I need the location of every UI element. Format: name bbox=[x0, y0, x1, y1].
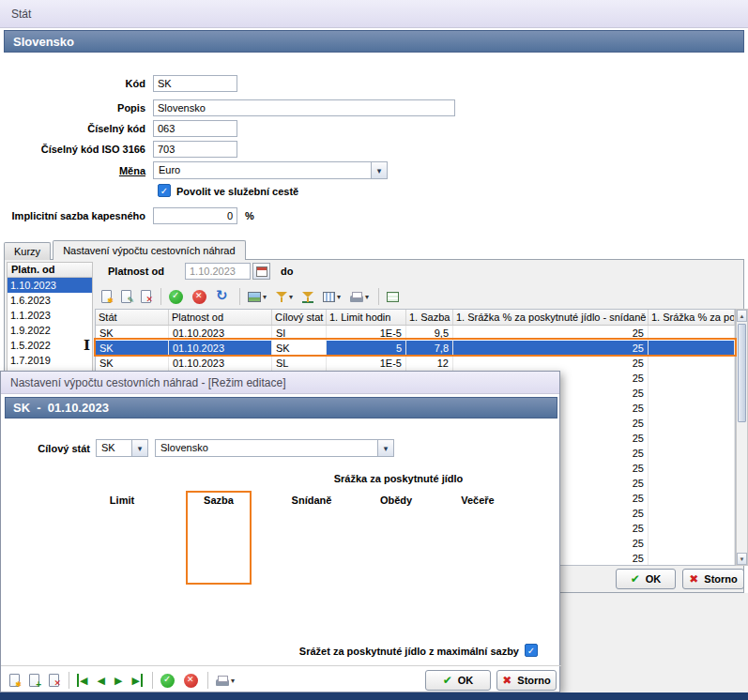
dialog-divider bbox=[1, 665, 561, 666]
lunch-column-label: Obědy bbox=[367, 495, 425, 506]
description-label: Popis bbox=[0, 102, 145, 114]
ok-button[interactable]: OK bbox=[616, 569, 676, 589]
grid-cell bbox=[649, 536, 735, 551]
filter-advanced-button[interactable] bbox=[298, 288, 317, 306]
grid-column-header[interactable]: Cílový stat bbox=[272, 310, 327, 325]
currency-combobox[interactable]: Euro bbox=[153, 161, 388, 179]
storno-button[interactable]: Storno bbox=[682, 569, 744, 589]
validity-date-item[interactable]: 1.9.2022 bbox=[8, 323, 92, 338]
chevron-down-icon[interactable] bbox=[371, 162, 387, 178]
dialog-toolbar: ▾ bbox=[6, 669, 240, 692]
dropdown-arrow-icon: ▾ bbox=[337, 293, 341, 301]
grid-cell bbox=[649, 506, 735, 521]
validity-date-item[interactable]: 1.5.2022 bbox=[8, 338, 92, 353]
dialog-ok-button[interactable]: OK bbox=[425, 670, 491, 691]
record-header-title: Slovensko bbox=[13, 35, 74, 49]
grid-cell bbox=[649, 551, 735, 566]
grid-column-header[interactable]: 1. Srážka % za pos bbox=[649, 310, 735, 325]
columns-menu-button[interactable]: ▾ bbox=[319, 289, 344, 305]
confirm-icon bbox=[160, 674, 175, 688]
delete-record-button[interactable] bbox=[137, 287, 155, 306]
chevron-down-icon[interactable] bbox=[131, 440, 147, 456]
ok-button-label: OK bbox=[646, 573, 662, 585]
code-field[interactable]: SK bbox=[153, 75, 237, 92]
grid-cell: 1E-5 bbox=[327, 326, 406, 341]
target-state-code-combobox[interactable]: SK bbox=[96, 439, 148, 457]
allow-business-trip-checkbox[interactable] bbox=[158, 184, 171, 197]
next-record-button[interactable] bbox=[111, 671, 126, 690]
refresh-icon bbox=[216, 289, 230, 304]
new-record-button[interactable] bbox=[98, 287, 115, 306]
target-state-name-combobox[interactable]: Slovensko bbox=[155, 439, 394, 457]
validity-date-item[interactable]: 1.6.2023 bbox=[8, 293, 92, 308]
grid-column-header[interactable]: 1. Limit hodin bbox=[327, 310, 406, 325]
validity-date-item[interactable]: 1.10.2023 bbox=[8, 278, 92, 293]
ok-check-icon bbox=[631, 572, 640, 586]
validity-list-header[interactable]: Platn. od bbox=[7, 262, 93, 278]
confirm-button[interactable] bbox=[157, 671, 178, 691]
prev-record-button[interactable] bbox=[93, 671, 108, 690]
currency-value: Euro bbox=[154, 162, 371, 178]
scrollbar-down-icon[interactable]: ▼ bbox=[737, 553, 747, 565]
delete-record-button[interactable] bbox=[45, 671, 63, 690]
dialog-storno-button[interactable]: Storno bbox=[496, 670, 557, 691]
toolbar-separator bbox=[378, 288, 379, 305]
tab-kurzy[interactable]: Kurzy bbox=[4, 242, 51, 260]
rate-column-label: Sazba bbox=[191, 495, 246, 506]
grid-scrollbar[interactable]: ▲ ▼ bbox=[736, 309, 748, 566]
dialog-title: Nastavení výpočtu cestovních náhrad - [R… bbox=[10, 376, 285, 389]
scrollbar-up-icon[interactable]: ▲ bbox=[737, 310, 747, 322]
validity-from-field[interactable]: 1.10.2023 bbox=[185, 263, 251, 280]
target-state-name-value: Slovensko bbox=[156, 440, 377, 456]
cancel-button[interactable] bbox=[189, 287, 210, 307]
dropdown-arrow-icon: ▾ bbox=[263, 293, 267, 301]
export-grid-button[interactable] bbox=[383, 289, 403, 305]
description-field[interactable]: Slovensko bbox=[153, 99, 455, 116]
print-menu-button[interactable]: ▾ bbox=[346, 288, 373, 305]
grid-toolbar: ▾▾▾▾ bbox=[98, 285, 405, 308]
print-menu-button[interactable]: ▾ bbox=[212, 672, 238, 689]
grid-row[interactable]: SK01.10.2023SL1E-51225 bbox=[96, 356, 735, 371]
grid-cell: SK bbox=[96, 326, 169, 341]
iso-code-field[interactable]: 703 bbox=[153, 141, 237, 158]
grid-cell bbox=[649, 401, 735, 416]
refresh-button[interactable] bbox=[212, 286, 234, 307]
max-rate-checkbox[interactable] bbox=[525, 644, 538, 657]
calendar-button[interactable] bbox=[252, 263, 270, 280]
numeric-code-field[interactable]: 063 bbox=[153, 120, 237, 137]
record-header-bar: Slovensko bbox=[4, 30, 744, 53]
grid-column-header[interactable]: Stát bbox=[96, 310, 169, 325]
new-record-button[interactable] bbox=[6, 671, 23, 690]
view-menu-icon bbox=[248, 292, 261, 302]
grid-row[interactable]: SK01.10.2023SI1E-59,525 bbox=[96, 326, 735, 341]
edit-record-button[interactable] bbox=[117, 287, 135, 306]
confirm-button[interactable] bbox=[165, 287, 187, 307]
grid-cell bbox=[649, 446, 735, 461]
copy-record-button[interactable] bbox=[25, 671, 43, 690]
pocket-money-rate-field[interactable]: 0 bbox=[153, 207, 237, 224]
first-record-button[interactable] bbox=[73, 671, 91, 690]
filter-menu-button[interactable]: ▾ bbox=[272, 288, 297, 306]
export-grid-icon bbox=[387, 292, 399, 302]
last-record-button[interactable] bbox=[128, 671, 145, 690]
print-menu-icon bbox=[216, 679, 229, 686]
validity-date-item[interactable]: 1.7.2019 bbox=[8, 353, 92, 368]
tab-nastaveni-nahrad[interactable]: Nastavení výpočtu cestovních náhrad bbox=[53, 240, 245, 260]
dropdown-arrow-icon: ▾ bbox=[289, 293, 293, 301]
grid-cell: SK bbox=[96, 356, 169, 371]
grid-column-header[interactable]: 1. Sazba bbox=[406, 310, 453, 325]
grid-row[interactable]: SK01.10.2023SK57,825 bbox=[96, 341, 735, 356]
grid-column-header[interactable]: 1. Srážka % za poskytnuté jídlo - snídan… bbox=[453, 310, 649, 325]
toolbar-separator bbox=[152, 672, 153, 689]
grid-column-header[interactable]: Platnost od bbox=[169, 310, 272, 325]
grid-cell: 01.10.2023 bbox=[169, 356, 272, 371]
storno-button-label: Storno bbox=[704, 573, 737, 585]
taskbar[interactable] bbox=[0, 692, 748, 700]
chevron-down-icon[interactable] bbox=[377, 440, 393, 456]
view-menu-button[interactable]: ▾ bbox=[244, 289, 270, 305]
cancel-button[interactable] bbox=[180, 671, 202, 691]
scrollbar-thumb[interactable] bbox=[738, 324, 746, 422]
grid-cell bbox=[649, 416, 735, 431]
validity-date-item[interactable]: 1.1.2023 bbox=[8, 308, 92, 323]
currency-label: Měna bbox=[0, 165, 145, 176]
